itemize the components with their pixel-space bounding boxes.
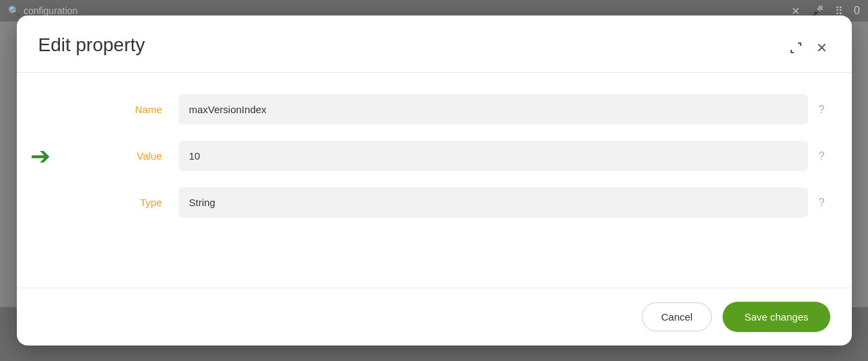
type-help-icon[interactable]: ? <box>819 197 825 209</box>
value-input-wrap <box>178 141 808 171</box>
modal-body: Name ? ➔ Value ? Type <box>17 73 852 288</box>
close-button[interactable]: ✕ <box>813 37 830 59</box>
expand-button[interactable] <box>787 38 805 57</box>
name-input-wrap <box>178 94 808 125</box>
value-label: Value <box>44 150 178 162</box>
modal-header: Edit property ✕ <box>17 15 852 73</box>
cancel-button[interactable]: Cancel <box>642 302 712 331</box>
modal-title: Edit property <box>38 34 145 56</box>
modal-header-icons: ✕ <box>787 37 830 59</box>
modal-overlay: Edit property ✕ Name <box>0 0 868 361</box>
edit-property-modal: Edit property ✕ Name <box>17 15 852 346</box>
value-input[interactable] <box>178 141 808 171</box>
name-input[interactable] <box>178 94 808 125</box>
green-arrow-icon: ➔ <box>30 144 51 168</box>
name-field-row: Name ? <box>44 94 825 125</box>
type-input[interactable] <box>178 187 808 218</box>
value-help-icon[interactable]: ? <box>819 150 825 162</box>
value-arrow-indicator: ➔ <box>30 144 51 168</box>
save-changes-button[interactable]: Save changes <box>723 302 830 332</box>
name-label: Name <box>44 104 178 115</box>
value-field-row: ➔ Value ? <box>44 141 825 171</box>
modal-footer: Cancel Save changes <box>17 288 852 346</box>
type-input-wrap <box>178 187 808 218</box>
type-field-row: Type ? <box>44 187 825 218</box>
type-label: Type <box>44 197 178 208</box>
name-help-icon[interactable]: ? <box>819 104 825 116</box>
close-icon: ✕ <box>816 40 828 56</box>
